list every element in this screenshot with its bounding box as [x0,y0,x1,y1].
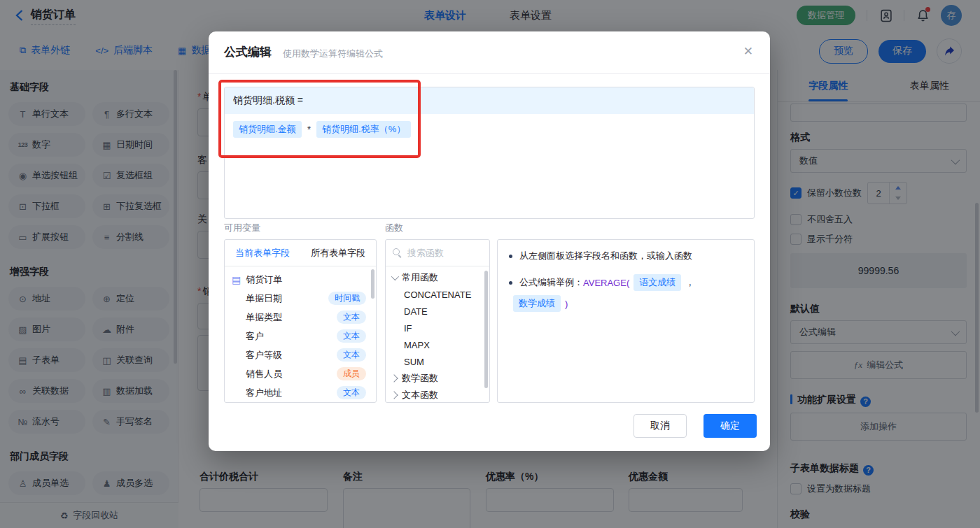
variables-tab[interactable]: 所有表单字段 [300,240,376,266]
function-group-label: 常用函数 [402,271,438,284]
function-group[interactable]: 文本函数 [386,387,489,403]
variable-item[interactable]: 销售人员成员 [225,364,376,383]
example-close-paren: ) [565,299,568,309]
search-placeholder: 搜索函数 [407,247,444,259]
function-group[interactable]: 数学函数 [386,370,489,387]
formula-operand-chip[interactable]: 销货明细.金额 [233,121,302,138]
help-example-prefix: 公式编辑举例： [519,276,583,289]
dialog-divider [209,73,770,74]
variable-name: 单据类型 [246,311,282,324]
variable-item[interactable]: 客户等级文本 [225,345,376,364]
caret-right-icon [390,374,398,382]
formula-operator: * [307,124,311,135]
help-tip-1: 从左侧面板选择字段名和函数，或输入函数 [509,250,743,262]
dialog-subtitle: 使用数学运算符编辑公式 [283,48,383,60]
caret-down-icon [391,273,399,280]
function-group[interactable]: 常用函数 [386,269,489,286]
variables-tree-root[interactable]: ▤销货订单 [225,270,376,289]
variable-type-badge: 时间戳 [328,292,366,305]
variable-item[interactable]: 客户文本 [225,327,376,345]
bullet-icon [509,255,512,258]
function-item[interactable]: IF [386,320,489,336]
variable-name: 客户地址 [246,387,282,399]
variables-tree: ▤销货订单单据日期时间戳单据类型文本客户文本客户等级文本销售人员成员客户地址文本 [225,266,376,402]
formula-target: 销货明细.税额 = [225,87,754,114]
help-panel: 从左侧面板选择字段名和函数，或输入函数 公式编辑举例： AVERAGE( 语文成… [497,239,755,403]
function-group-label: 数学函数 [402,372,438,385]
functions-scrollbar[interactable] [484,271,488,388]
variable-name: 单据日期 [246,292,282,305]
app-root: 销货订单 表单设计 表单设置 数据管理 存 ⧉表单外链</>后端脚本▦数据权 预… [0,0,980,528]
help-tip-1-text: 从左侧面板选择字段名和函数，或输入函数 [519,250,692,262]
function-item[interactable]: SUM [386,353,489,370]
formula-editor[interactable]: 销货明细.税额 = 销货明细.金额*销货明细.税率（%） [224,87,755,219]
close-icon[interactable]: ✕ [743,44,753,59]
variables-panel: 当前表单字段所有表单字段 ▤销货订单单据日期时间戳单据类型文本客户文本客户等级文… [224,239,377,403]
variables-root-label: 销货订单 [246,273,282,286]
variables-tab[interactable]: 当前表单字段 [225,240,300,266]
help-example-function: AVERAGE( [583,278,629,288]
functions-tree: 常用函数CONCATENATEDATEIFMAPXSUM数学函数文本函数 [386,266,489,403]
variable-type-badge: 文本 [337,329,366,343]
function-item[interactable]: DATE [386,303,489,320]
form-document-icon: ▤ [232,274,241,285]
variable-item[interactable]: 单据日期时间戳 [225,289,376,308]
function-search-input[interactable]: 搜索函数 [386,240,489,266]
variable-name: 销售人员 [246,368,282,380]
variables-tabs: 当前表单字段所有表单字段 [225,240,376,266]
variable-type-badge: 文本 [337,348,366,362]
example-comma: ， [685,276,694,289]
variables-scrollbar[interactable] [371,269,374,299]
variable-item[interactable]: 单据类型文本 [225,308,376,327]
variable-name: 客户等级 [246,349,282,362]
help-tip-2: 公式编辑举例： AVERAGE( 语文成绩，数学成绩) [509,274,743,312]
variable-type-badge: 文本 [337,311,366,324]
functions-label: 函数 [385,222,403,234]
example-field-chip: 语文成绩 [634,274,681,291]
cancel-button[interactable]: 取消 [634,414,687,438]
formula-edit-dialog: 公式编辑 使用数学运算符编辑公式 ✕ 销货明细.税额 = 销货明细.金额*销货明… [209,31,770,451]
search-icon [393,248,402,257]
bullet-icon [509,281,512,285]
formula-expression[interactable]: 销货明细.金额*销货明细.税率（%） [225,114,754,145]
functions-panel: 搜索函数 常用函数CONCATENATEDATEIFMAPXSUM数学函数文本函… [385,239,490,403]
variable-type-badge: 成员 [337,367,366,380]
variables-label: 可用变量 [224,222,260,234]
formula-operand-chip[interactable]: 销货明细.税率（%） [316,121,411,138]
confirm-button[interactable]: 确定 [704,414,757,438]
variable-name: 客户 [246,330,264,343]
example-field-chip: 数学成绩 [513,295,561,312]
function-group-label: 文本函数 [402,389,438,401]
function-item[interactable]: MAPX [386,336,489,353]
caret-right-icon [390,391,398,399]
function-item[interactable]: CONCATENATE [386,286,489,303]
variable-type-badge: 文本 [337,386,366,399]
dialog-title: 公式编辑 [224,44,272,60]
variable-item[interactable]: 客户地址文本 [225,383,376,402]
